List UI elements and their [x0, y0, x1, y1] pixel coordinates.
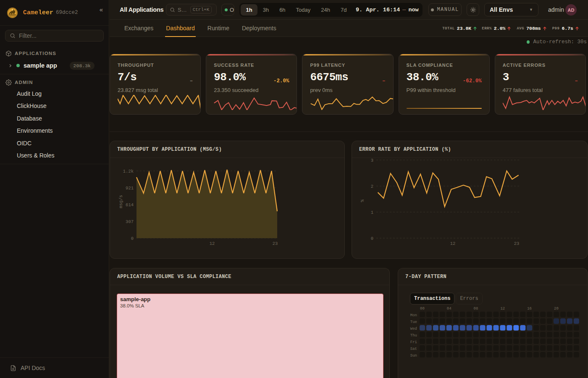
svg-text:12: 12	[210, 241, 215, 246]
svg-text:23: 23	[514, 241, 520, 246]
svg-text:00: 00	[420, 307, 425, 311]
svg-text:%: %	[360, 199, 365, 202]
svg-text:1.2k: 1.2k	[123, 169, 134, 174]
svg-text:2: 2	[371, 184, 373, 189]
svg-text:Sun: Sun	[410, 354, 417, 358]
svg-text:23: 23	[273, 241, 278, 246]
svg-text:614: 614	[126, 202, 134, 207]
svg-text:Tue: Tue	[410, 320, 417, 324]
svg-text:12: 12	[500, 307, 505, 311]
svg-text:Wed: Wed	[410, 327, 417, 331]
svg-text:08: 08	[474, 307, 478, 311]
svg-text:12: 12	[450, 241, 456, 246]
svg-text:msg/s: msg/s	[118, 195, 123, 208]
svg-text:Thu: Thu	[410, 333, 417, 338]
svg-text:307: 307	[126, 219, 134, 224]
svg-text:0: 0	[131, 236, 134, 241]
svg-text:20: 20	[554, 307, 559, 311]
svg-text:921: 921	[126, 186, 134, 191]
svg-text:04: 04	[447, 307, 452, 311]
svg-text:1: 1	[371, 210, 373, 215]
svg-text:Mon: Mon	[410, 313, 417, 318]
svg-text:0: 0	[371, 236, 373, 241]
svg-text:16: 16	[527, 307, 532, 311]
svg-text:3: 3	[371, 158, 373, 163]
svg-text:Fri: Fri	[410, 340, 417, 344]
svg-text:Sat: Sat	[410, 347, 417, 351]
